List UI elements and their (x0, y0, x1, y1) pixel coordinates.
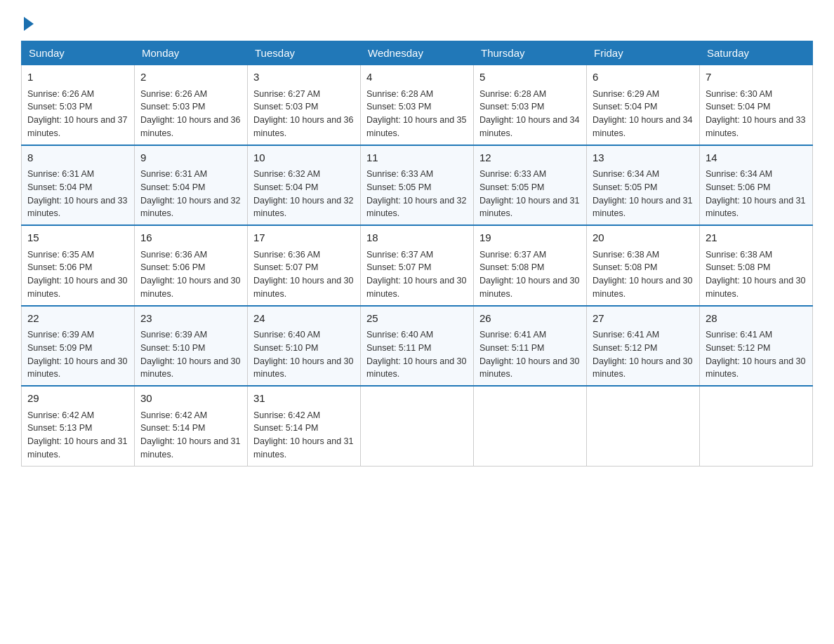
day-info: Sunrise: 6:39 AM Sunset: 5:10 PM Dayligh… (140, 328, 241, 381)
day-info: Sunrise: 6:27 AM Sunset: 5:03 PM Dayligh… (253, 88, 355, 140)
day-info: Sunrise: 6:31 AM Sunset: 5:04 PM Dayligh… (27, 168, 128, 220)
day-number: 4 (366, 69, 468, 86)
day-number: 25 (366, 311, 468, 327)
day-number: 24 (253, 311, 355, 327)
day-number: 26 (479, 311, 581, 327)
day-info: Sunrise: 6:36 AM Sunset: 5:06 PM Dayligh… (140, 248, 241, 301)
calendar-cell: 10 Sunrise: 6:32 AM Sunset: 5:04 PM Dayl… (248, 145, 361, 226)
day-number: 12 (479, 150, 581, 166)
day-info: Sunrise: 6:41 AM Sunset: 5:12 PM Dayligh… (706, 328, 807, 381)
calendar-cell: 29 Sunrise: 6:42 AM Sunset: 5:13 PM Dayl… (22, 386, 135, 466)
day-info: Sunrise: 6:33 AM Sunset: 5:05 PM Dayligh… (366, 168, 468, 220)
calendar-header-friday: Friday (587, 41, 700, 65)
day-number: 14 (706, 150, 807, 166)
calendar-week-row: 8 Sunrise: 6:31 AM Sunset: 5:04 PM Dayli… (22, 145, 813, 226)
calendar-cell (587, 386, 700, 466)
day-info: Sunrise: 6:34 AM Sunset: 5:05 PM Dayligh… (593, 168, 694, 220)
calendar-cell: 30 Sunrise: 6:42 AM Sunset: 5:14 PM Dayl… (135, 386, 248, 466)
calendar-header-sunday: Sunday (22, 41, 135, 65)
day-number: 11 (366, 150, 468, 166)
logo-arrow-icon (24, 17, 34, 31)
calendar-cell: 22 Sunrise: 6:39 AM Sunset: 5:09 PM Dayl… (22, 306, 135, 387)
day-number: 6 (593, 69, 694, 86)
calendar-cell: 25 Sunrise: 6:40 AM Sunset: 5:11 PM Dayl… (361, 306, 474, 387)
calendar-cell: 17 Sunrise: 6:36 AM Sunset: 5:07 PM Dayl… (248, 225, 361, 306)
calendar-cell: 14 Sunrise: 6:34 AM Sunset: 5:06 PM Dayl… (700, 145, 813, 226)
day-number: 23 (140, 311, 241, 327)
page-header (21, 14, 813, 28)
day-info: Sunrise: 6:36 AM Sunset: 5:07 PM Dayligh… (253, 248, 355, 301)
calendar-cell: 12 Sunrise: 6:33 AM Sunset: 5:05 PM Dayl… (474, 145, 587, 226)
day-info: Sunrise: 6:41 AM Sunset: 5:12 PM Dayligh… (593, 328, 694, 381)
day-info: Sunrise: 6:35 AM Sunset: 5:06 PM Dayligh… (27, 248, 128, 301)
day-info: Sunrise: 6:42 AM Sunset: 5:14 PM Dayligh… (140, 409, 241, 462)
calendar-cell (361, 386, 474, 466)
day-info: Sunrise: 6:40 AM Sunset: 5:11 PM Dayligh… (366, 328, 468, 381)
day-info: Sunrise: 6:26 AM Sunset: 5:03 PM Dayligh… (140, 88, 241, 140)
calendar-cell: 7 Sunrise: 6:30 AM Sunset: 5:04 PM Dayli… (700, 65, 813, 145)
calendar-cell: 28 Sunrise: 6:41 AM Sunset: 5:12 PM Dayl… (700, 306, 813, 387)
day-number: 5 (479, 69, 581, 86)
calendar-cell: 2 Sunrise: 6:26 AM Sunset: 5:03 PM Dayli… (135, 65, 248, 145)
calendar-cell (700, 386, 813, 466)
calendar-cell: 1 Sunrise: 6:26 AM Sunset: 5:03 PM Dayli… (22, 65, 135, 145)
calendar-cell: 19 Sunrise: 6:37 AM Sunset: 5:08 PM Dayl… (474, 225, 587, 306)
calendar-header-saturday: Saturday (700, 41, 813, 65)
day-number: 1 (27, 69, 128, 86)
calendar-cell: 18 Sunrise: 6:37 AM Sunset: 5:07 PM Dayl… (361, 225, 474, 306)
day-number: 31 (253, 391, 355, 407)
day-info: Sunrise: 6:40 AM Sunset: 5:10 PM Dayligh… (253, 328, 355, 381)
calendar-week-row: 29 Sunrise: 6:42 AM Sunset: 5:13 PM Dayl… (22, 386, 813, 466)
day-info: Sunrise: 6:32 AM Sunset: 5:04 PM Dayligh… (253, 168, 355, 220)
day-number: 18 (366, 230, 468, 246)
day-info: Sunrise: 6:38 AM Sunset: 5:08 PM Dayligh… (706, 248, 807, 301)
day-number: 13 (593, 150, 694, 166)
day-number: 21 (706, 230, 807, 246)
calendar-cell: 15 Sunrise: 6:35 AM Sunset: 5:06 PM Dayl… (22, 225, 135, 306)
day-info: Sunrise: 6:26 AM Sunset: 5:03 PM Dayligh… (27, 88, 128, 140)
calendar-cell: 20 Sunrise: 6:38 AM Sunset: 5:08 PM Dayl… (587, 225, 700, 306)
day-number: 29 (27, 391, 128, 407)
day-info: Sunrise: 6:34 AM Sunset: 5:06 PM Dayligh… (706, 168, 807, 220)
calendar-header-wednesday: Wednesday (361, 41, 474, 65)
calendar-cell: 5 Sunrise: 6:28 AM Sunset: 5:03 PM Dayli… (474, 65, 587, 145)
calendar-cell: 6 Sunrise: 6:29 AM Sunset: 5:04 PM Dayli… (587, 65, 700, 145)
day-info: Sunrise: 6:28 AM Sunset: 5:03 PM Dayligh… (479, 88, 581, 140)
calendar-week-row: 15 Sunrise: 6:35 AM Sunset: 5:06 PM Dayl… (22, 225, 813, 306)
day-number: 30 (140, 391, 241, 407)
day-number: 2 (140, 69, 241, 86)
day-number: 27 (593, 311, 694, 327)
day-number: 20 (593, 230, 694, 246)
day-info: Sunrise: 6:29 AM Sunset: 5:04 PM Dayligh… (593, 88, 694, 140)
calendar-cell: 11 Sunrise: 6:33 AM Sunset: 5:05 PM Dayl… (361, 145, 474, 226)
calendar-cell: 21 Sunrise: 6:38 AM Sunset: 5:08 PM Dayl… (700, 225, 813, 306)
calendar-header-monday: Monday (135, 41, 248, 65)
calendar-cell: 23 Sunrise: 6:39 AM Sunset: 5:10 PM Dayl… (135, 306, 248, 387)
calendar-cell: 27 Sunrise: 6:41 AM Sunset: 5:12 PM Dayl… (587, 306, 700, 387)
calendar-week-row: 22 Sunrise: 6:39 AM Sunset: 5:09 PM Dayl… (22, 306, 813, 387)
day-number: 22 (27, 311, 128, 327)
day-number: 15 (27, 230, 128, 246)
calendar-cell: 24 Sunrise: 6:40 AM Sunset: 5:10 PM Dayl… (248, 306, 361, 387)
day-number: 17 (253, 230, 355, 246)
day-info: Sunrise: 6:33 AM Sunset: 5:05 PM Dayligh… (479, 168, 581, 220)
day-number: 28 (706, 311, 807, 327)
day-number: 16 (140, 230, 241, 246)
day-info: Sunrise: 6:41 AM Sunset: 5:11 PM Dayligh… (479, 328, 581, 381)
calendar-cell: 16 Sunrise: 6:36 AM Sunset: 5:06 PM Dayl… (135, 225, 248, 306)
calendar-week-row: 1 Sunrise: 6:26 AM Sunset: 5:03 PM Dayli… (22, 65, 813, 145)
calendar-cell: 9 Sunrise: 6:31 AM Sunset: 5:04 PM Dayli… (135, 145, 248, 226)
calendar-header-row: SundayMondayTuesdayWednesdayThursdayFrid… (22, 41, 813, 65)
calendar-header-thursday: Thursday (474, 41, 587, 65)
day-info: Sunrise: 6:42 AM Sunset: 5:14 PM Dayligh… (253, 409, 355, 462)
day-info: Sunrise: 6:31 AM Sunset: 5:04 PM Dayligh… (140, 168, 241, 220)
calendar-cell: 13 Sunrise: 6:34 AM Sunset: 5:05 PM Dayl… (587, 145, 700, 226)
calendar-cell: 4 Sunrise: 6:28 AM Sunset: 5:03 PM Dayli… (361, 65, 474, 145)
day-info: Sunrise: 6:30 AM Sunset: 5:04 PM Dayligh… (706, 88, 807, 140)
calendar-table: SundayMondayTuesdayWednesdayThursdayFrid… (21, 41, 813, 467)
day-number: 10 (253, 150, 355, 166)
calendar-cell: 31 Sunrise: 6:42 AM Sunset: 5:14 PM Dayl… (248, 386, 361, 466)
day-info: Sunrise: 6:28 AM Sunset: 5:03 PM Dayligh… (366, 88, 468, 140)
day-info: Sunrise: 6:42 AM Sunset: 5:13 PM Dayligh… (27, 409, 128, 462)
day-info: Sunrise: 6:38 AM Sunset: 5:08 PM Dayligh… (593, 248, 694, 301)
